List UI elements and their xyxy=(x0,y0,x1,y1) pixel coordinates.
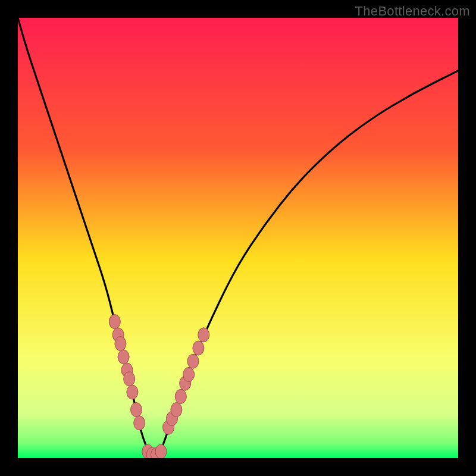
data-dot xyxy=(127,385,138,399)
data-dot xyxy=(187,354,199,368)
chart-frame: TheBottleneck.com xyxy=(0,0,476,476)
data-dot xyxy=(134,416,145,430)
watermark-text: TheBottleneck.com xyxy=(355,4,470,19)
data-dot xyxy=(198,328,209,342)
data-dot xyxy=(118,350,129,364)
data-dot xyxy=(155,444,167,458)
data-dot xyxy=(183,367,195,381)
data-dot xyxy=(175,389,186,403)
data-dot xyxy=(109,315,120,329)
data-dot xyxy=(115,337,126,351)
data-dot xyxy=(171,403,182,417)
data-dot xyxy=(131,403,142,417)
gradient-background xyxy=(18,18,458,458)
bottleneck-chart xyxy=(18,18,458,458)
plot-area xyxy=(18,18,458,458)
data-dot xyxy=(124,372,135,386)
data-dot xyxy=(193,341,204,355)
